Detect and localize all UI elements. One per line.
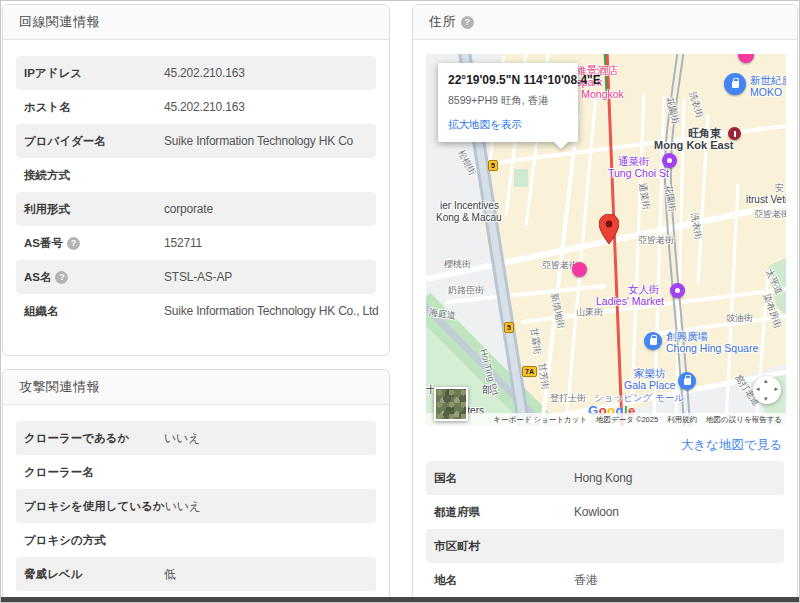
map-label-market[interactable]: Ladies' Market [596,295,664,307]
report-map-error-link[interactable]: 地図の誤りを報告する [706,415,782,425]
table-row: 国名Hong Kong [426,461,784,495]
attack-info-header: 攻撃関連情報 [3,370,389,405]
map-label-poi: ier Incentives [440,200,499,211]
map-street-label: 山東街 [576,306,603,319]
row-value: 45.202.210.163 [164,66,245,80]
map-street-label: 亞皆老街 [638,234,674,247]
help-icon[interactable]: ? [461,16,474,29]
row-label: 地名 [434,573,574,588]
map-street-label: 櫻桃街 [444,258,471,271]
row-label: 市区町村 [434,539,574,554]
map-label-hotel: l Mongkok [576,88,624,100]
address-header: 住所 ? [413,5,797,40]
row-label: プロバイダー名 [24,134,164,149]
row-value: 香港 [574,572,598,589]
satellite-layer-thumbnail[interactable] [434,387,468,421]
map-street-label: 亞皆老街 [754,208,786,221]
table-row: 脅威レベル低 [16,557,376,591]
row-value: STSL-AS-AP [164,270,232,284]
row-label: 都道府県 [434,505,574,520]
row-value: 低 [164,566,176,583]
row-label: ホスト名 [24,100,164,115]
line-info-body: IPアドレス45.202.210.163 ホスト名45.202.210.163 … [3,40,389,328]
market-icon[interactable] [662,153,677,168]
row-label: AS名 ? [24,270,164,285]
line-info-title: 回線関連情報 [19,13,100,31]
row-value: いいえ [164,430,200,447]
mall-icon[interactable] [644,332,662,350]
row-value: Suike Information Technology HK Co., Ltd [164,304,379,318]
market-icon[interactable] [670,283,685,298]
row-label: プロキシを使用しているか [24,499,165,514]
table-row: 接続方式 [16,158,376,192]
map-label-mall[interactable]: Gala Place [624,379,675,391]
poi-pink-icon[interactable] [572,262,587,277]
row-value: いいえ [165,498,201,515]
mall-icon[interactable] [678,372,696,390]
table-row: IPアドレス45.202.210.163 [16,56,376,90]
map-info-window: 22°19'09.5"N 114°10'08.4"E 8599+PH9 旺角, … [438,63,578,142]
map-pin-icon[interactable] [599,214,619,248]
footer-bar [1,597,799,602]
row-label: 脅威レベル [24,567,164,582]
attack-info-title: 攻撃関連情報 [19,378,100,396]
row-label: 利用形式 [24,202,164,217]
left-column: 回線関連情報 IPアドレス45.202.210.163 ホスト名45.202.2… [2,4,390,599]
route-shield: 7A [522,366,537,377]
table-row: AS番号 ? 152711 [16,226,376,260]
map-label-mall[interactable]: Chong Hing Square [666,342,758,354]
help-icon[interactable]: ? [55,271,68,284]
row-label: プロキシの方式 [24,533,164,548]
map-data-text: 地図データ ©2025 [596,415,658,425]
keyboard-shortcuts-link[interactable]: キーボード ショートカット [493,415,587,425]
table-row: クローラー名 [16,455,376,489]
table-row: AS名 ? STSL-AS-AP [16,260,376,294]
map-pan-control[interactable]: ▴▾◂▸ [753,376,781,404]
enlarge-map-link[interactable]: 拡大地図を表示 [448,118,568,132]
map-street-label: 奶路臣街 [448,284,484,297]
row-label: クローラー名 [24,465,164,480]
help-icon[interactable]: ? [67,237,80,250]
row-value: Kowloon [574,505,619,519]
map-attribution-bar: キーボード ショートカット 地図データ ©2025 利用規約 地図の誤りを報告す… [426,413,786,426]
table-row: 組織名Suike Information Technology HK Co., … [16,294,376,328]
map-street-label: 豉油街 [726,312,753,325]
map-label-fragment: 部 [482,383,492,397]
map-label-mall[interactable]: MOKO [750,86,782,98]
row-value: 45.202.210.163 [164,100,245,114]
row-label: クローラーであるか [24,431,164,446]
mall-icon[interactable] [724,73,746,95]
coordinates-text: 22°19'09.5"N 114°10'08.4"E [448,73,568,87]
map-label-poi: itrust Veteri [746,194,786,205]
row-label: 接続方式 [24,168,164,183]
google-map-embed[interactable]: 維景酒店 opark l Mongkok 新世紀廣場 MOKO 旺角東 Mong… [426,54,786,426]
line-info-card: 回線関連情報 IPアドレス45.202.210.163 ホスト名45.202.2… [2,4,390,356]
table-row: プロキシの方式 [16,523,376,557]
row-label: AS番号 ? [24,236,164,251]
row-value: Suike Information Technology HK Co [164,134,353,148]
terms-link[interactable]: 利用規約 [667,415,697,425]
route-shield: 5 [488,160,498,171]
row-label: IPアドレス [24,66,164,81]
row-value: Hong Kong [574,471,632,485]
table-row: 市区町村 [426,529,784,563]
map-label-poi: Kong & Macau [436,212,502,223]
table-row: クローラーであるかいいえ [16,421,376,455]
address-card: 住所 ? [412,4,798,599]
attack-info-card: 攻撃関連情報 クローラーであるかいいえ クローラー名 プロキシを使用しているかい… [2,369,390,599]
map-label-market[interactable]: Tung Choi St [608,167,669,179]
map-street-label: 登打士街 [550,392,586,405]
page: 回線関連情報 IPアドレス45.202.210.163 ホスト名45.202.2… [0,0,800,603]
table-row: ホスト名45.202.210.163 [16,90,376,124]
line-info-header: 回線関連情報 [3,5,389,40]
right-column: 住所 ? [412,4,798,599]
view-larger-map-row: 大きな地図で見る [426,426,784,461]
table-row: 地名香港 [426,563,784,597]
plus-code-text: 8599+PH9 旺角, 香港 [448,94,568,108]
table-row: プロバイダー名Suike Information Technology HK C… [16,124,376,158]
address-title: 住所 [429,13,456,31]
row-value: 152711 [164,236,202,250]
attack-info-body: クローラーであるかいいえ クローラー名 プロキシを使用しているかいいえ プロキシ… [3,405,389,591]
table-row: 利用形式corporate [16,192,376,226]
view-larger-map-link[interactable]: 大きな地図で見る [681,438,782,452]
